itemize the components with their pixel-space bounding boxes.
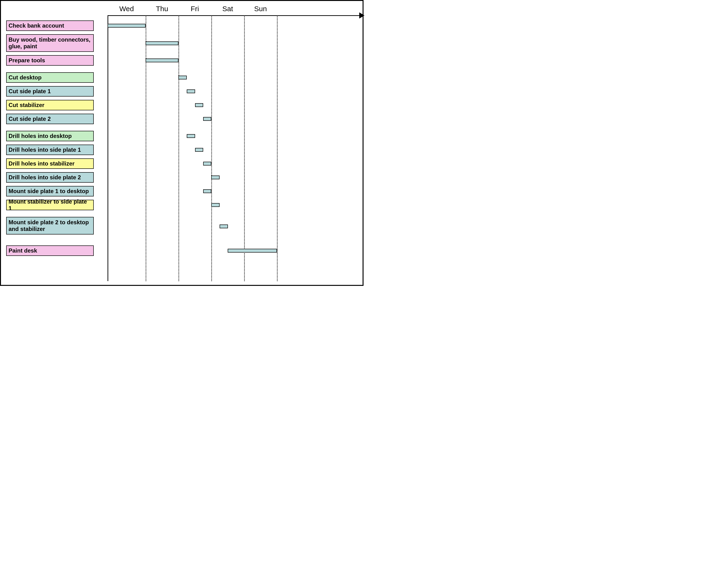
task-cut-side-plate-1: Cut side plate 1	[6, 86, 94, 97]
bar-drill-side-plate-1	[195, 148, 203, 152]
bar-mount-side-plate-2	[220, 225, 228, 228]
task-label: Drill holes into side plate 2	[9, 174, 81, 181]
task-mount-stabilizer: Mount stabilizer to side plate 1	[6, 200, 94, 210]
bar-mount-side-plate-1	[203, 189, 211, 193]
task-cut-desktop: Cut desktop	[6, 72, 94, 83]
chart-frame: Wed Thu Fri Sat Sun Check bank account	[0, 0, 363, 286]
task-check-bank-account: Check bank account	[6, 20, 94, 31]
task-label: Drill holes into side plate 1	[9, 146, 81, 153]
bar-drill-desktop	[187, 134, 195, 138]
x-axis-arrow-icon	[359, 12, 365, 18]
task-cut-side-plate-2: Cut side plate 2	[6, 114, 94, 124]
task-mount-side-plate-1: Mount side plate 1 to desktop	[6, 186, 94, 197]
grid-sat-end	[244, 15, 245, 281]
grid-wed-end	[145, 15, 146, 281]
y-axis	[108, 15, 108, 281]
task-paint-desk: Paint desk	[6, 245, 94, 256]
bar-buy-materials	[145, 41, 179, 45]
task-label: Mount side plate 1 to desktop	[9, 188, 89, 195]
task-label: Cut stabilizer	[9, 102, 44, 108]
grid-fri-end	[211, 15, 212, 281]
bar-prepare-tools	[145, 59, 179, 62]
grid-sun-end	[277, 15, 278, 281]
day-label-sat: Sat	[210, 5, 245, 13]
task-label: Check bank account	[9, 22, 64, 29]
task-label: Mount stabilizer to side plate 1	[9, 198, 91, 211]
day-label-thu: Thu	[144, 5, 180, 13]
bar-cut-stabilizer	[195, 103, 203, 107]
day-label-fri: Fri	[177, 5, 213, 13]
day-label-sun: Sun	[243, 5, 278, 13]
bar-mount-stabilizer	[211, 203, 220, 207]
bar-drill-stabilizer	[203, 162, 211, 165]
task-cut-stabilizer: Cut stabilizer	[6, 100, 94, 110]
task-label: Buy wood, timber connectors, glue, paint	[9, 36, 91, 49]
gantt-chart: Wed Thu Fri Sat Sun Check bank account	[5, 3, 361, 281]
bar-cut-side-plate-2	[203, 117, 211, 121]
task-drill-stabilizer: Drill holes into stabilizer	[6, 158, 94, 169]
task-label: Drill holes into stabilizer	[9, 160, 75, 167]
day-label-wed: Wed	[109, 5, 144, 13]
task-label: Drill holes into desktop	[9, 133, 72, 139]
task-prepare-tools: Prepare tools	[6, 55, 94, 66]
task-mount-side-plate-2: Mount side plate 2 to desktop and stabil…	[6, 217, 94, 234]
task-label: Prepare tools	[9, 57, 45, 64]
bar-paint-desk	[228, 249, 277, 252]
task-drill-desktop: Drill holes into desktop	[6, 131, 94, 141]
axis-area: Wed Thu Fri Sat Sun	[108, 3, 361, 281]
bar-cut-desktop	[179, 76, 187, 80]
task-drill-side-plate-2: Drill holes into side plate 2	[6, 172, 94, 183]
bar-check-bank-account	[108, 24, 145, 28]
task-drill-side-plate-1: Drill holes into side plate 1	[6, 145, 94, 155]
task-label: Cut side plate 1	[9, 88, 51, 95]
task-label: Mount side plate 2 to desktop and stabil…	[9, 219, 91, 232]
task-label: Cut side plate 2	[9, 116, 51, 122]
task-buy-materials: Buy wood, timber connectors, glue, paint	[6, 34, 94, 52]
bar-drill-side-plate-2	[211, 176, 220, 179]
task-label: Paint desk	[9, 247, 37, 254]
grid-thu-end	[179, 15, 179, 281]
bar-cut-side-plate-1	[187, 89, 195, 93]
task-label: Cut desktop	[9, 74, 42, 81]
